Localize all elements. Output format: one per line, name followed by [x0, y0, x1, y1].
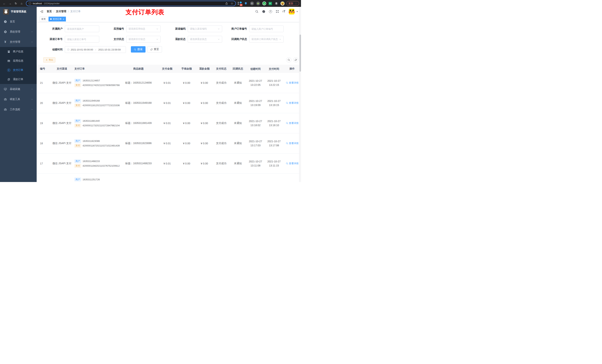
user-avatar[interactable]	[289, 9, 294, 14]
sidebar: 芋道管理系统 首页 系统管理 ¥ 支付管理 商户信息 应用信息	[0, 7, 37, 182]
extension-icon-3[interactable]	[256, 1, 260, 6]
pay-status-select[interactable]: 请选择支付状态	[126, 36, 161, 42]
breadcrumb-pay[interactable]: 支付管理	[56, 10, 66, 13]
col-channel: 支付渠道	[51, 67, 73, 71]
breadcrumb-home[interactable]: 首页	[47, 10, 52, 13]
browser-update-button[interactable]: 更新 ⋮	[286, 1, 299, 6]
col-order: 支付订单	[73, 67, 120, 71]
cell-refund: ¥ 0.00	[196, 122, 213, 125]
refresh-table-button[interactable]	[293, 57, 298, 62]
font-size-icon[interactable]: TT	[282, 10, 285, 13]
toggle-search-button[interactable]	[286, 57, 291, 62]
pay-tag: 支付	[75, 144, 81, 148]
help-icon[interactable]: ?	[269, 10, 272, 13]
extensions-puzzle-icon[interactable]	[274, 1, 279, 6]
browser-home-button[interactable]: ⌂	[19, 1, 24, 6]
create-time-range-picker[interactable]: 2021-10-01 00:00:00 - 2021-10-31 23:59:5…	[65, 46, 126, 53]
app-logo-row[interactable]: 芋道管理系统	[0, 7, 37, 16]
active-dot	[50, 18, 52, 20]
sidebar-item-refund-order[interactable]: 退款订单	[0, 75, 37, 84]
cell-channel: 微信 JSAPI 支付	[51, 142, 73, 145]
merchant-input[interactable]	[65, 26, 99, 32]
sidebar-item-home[interactable]: 首页	[0, 16, 37, 27]
view-detail-link[interactable]: 查看详情	[286, 142, 299, 145]
bookmark-star-icon[interactable]: ☆	[231, 2, 233, 5]
cell-title: 标题：1635312124656	[120, 81, 157, 84]
scrollbar-thumb[interactable]	[300, 35, 301, 72]
github-icon[interactable]	[262, 10, 266, 13]
extension-icon-2[interactable]	[244, 1, 248, 6]
avatar-caret-icon[interactable]: ▾	[297, 10, 298, 13]
cell-order: 商户 1635311251726	[73, 174, 120, 181]
browser-profile-avatar[interactable]	[280, 1, 285, 6]
sidebar-item-dev-tools[interactable]: 研发工具	[0, 94, 37, 104]
sidebar-item-system[interactable]: 系统管理	[0, 27, 37, 37]
gear-icon	[3, 30, 7, 33]
col-id: 编号	[37, 67, 51, 71]
sidebar-item-infrastructure[interactable]: 基础设施	[0, 84, 37, 94]
sidebar-item-app-info[interactable]: 应用信息	[0, 56, 37, 65]
scrollbar[interactable]	[299, 7, 301, 182]
cell-title: 标题：1635311823086	[120, 142, 157, 145]
channel-order-input[interactable]	[65, 36, 99, 42]
sidebar-item-pay[interactable]: ¥ 支付管理	[0, 37, 37, 47]
callback-status-select[interactable]: 请选择订单回调商户状态	[249, 36, 284, 42]
chevron-down-icon	[217, 38, 220, 41]
cell-channel: 微信 JSAPI 支付	[51, 162, 73, 165]
chevron-down-icon	[31, 108, 33, 111]
cell-refund: ¥ 0.00	[196, 142, 213, 145]
sidebar-toggle-icon[interactable]	[40, 10, 43, 13]
header-search-icon[interactable]	[255, 10, 258, 13]
refund-status-select[interactable]: 请选择退款状态	[188, 36, 222, 42]
fullscreen-icon[interactable]	[276, 10, 279, 13]
site-info-icon[interactable]: i	[29, 2, 31, 5]
export-button[interactable]: 导出	[43, 57, 55, 62]
sidebar-item-pay-order[interactable]: ¥ 支付订单	[0, 65, 37, 75]
breadcrumb-current: 支付订单	[70, 10, 81, 13]
pay-tag: 支付	[75, 124, 81, 127]
browser-reload-button[interactable]: ↻	[13, 1, 18, 6]
browser-back-button[interactable]: ←	[2, 1, 7, 6]
cell-amount: ¥ 0.01	[157, 162, 177, 165]
cell-pay-time: 2021-10-2713:17:08	[265, 139, 283, 147]
chevron-up-icon	[31, 41, 33, 43]
view-detail-link[interactable]: 查看详情	[286, 81, 299, 84]
date-end-value: 2021-10-31 23:59:59	[98, 48, 121, 51]
store-icon	[7, 50, 10, 53]
app-no-select[interactable]: 请选择应用信息	[126, 26, 161, 32]
merchant-order-input[interactable]	[249, 26, 284, 32]
search-button[interactable]: 搜索	[131, 46, 146, 52]
browser-forward-button[interactable]: →	[8, 1, 13, 6]
pay-tag: 支付	[75, 104, 81, 107]
app-title: 芋道管理系统	[11, 10, 26, 13]
coin-yen-icon: ¥	[7, 69, 10, 72]
cell-notify: 未通知	[230, 162, 246, 165]
share-icon[interactable]	[225, 2, 228, 5]
table-row-partial: 商户 1635311251726	[37, 174, 301, 182]
tag-pay-order[interactable]: 支付订单 ×	[49, 17, 66, 21]
tag-home[interactable]: 首页	[40, 17, 47, 21]
col-fee: 手续金额	[177, 67, 196, 71]
view-detail-link[interactable]: 查看详情	[286, 101, 299, 105]
channel-code-select[interactable]: 请输入渠道编码	[188, 26, 222, 32]
sidebar-item-workflow[interactable]: 工作流程	[0, 104, 37, 114]
cell-id: 21	[37, 81, 51, 84]
cell-id: 19	[37, 122, 51, 125]
reset-button[interactable]: 重置	[147, 46, 162, 52]
monitor-icon	[3, 87, 7, 91]
extension-icon-1[interactable]: 10	[238, 1, 242, 6]
browser-menu-icon[interactable]: ⋮	[295, 2, 297, 5]
browser-toolbar: ← → ↻ ⌂ i localhost:1024/pay/order ☆ 10 …	[0, 0, 301, 7]
breadcrumb: 首页 / 支付管理 / 支付订单	[47, 10, 81, 13]
view-detail-link[interactable]: 查看详情	[286, 122, 299, 125]
extension-icon-y[interactable]: y	[262, 1, 266, 6]
extension-icon-command[interactable]: ⌘	[250, 1, 254, 6]
sidebar-item-merchant-info[interactable]: 商户信息	[0, 47, 37, 56]
extension-icon-chat[interactable]	[268, 1, 272, 6]
view-detail-link[interactable]: 查看详情	[286, 162, 299, 165]
address-bar[interactable]: i localhost:1024/pay/order ☆	[26, 1, 236, 6]
tag-close-icon[interactable]: ×	[63, 18, 64, 21]
cell-title: 标题：1635311468233	[120, 162, 157, 165]
search-icon	[286, 162, 288, 165]
chevron-down-icon	[156, 38, 159, 41]
